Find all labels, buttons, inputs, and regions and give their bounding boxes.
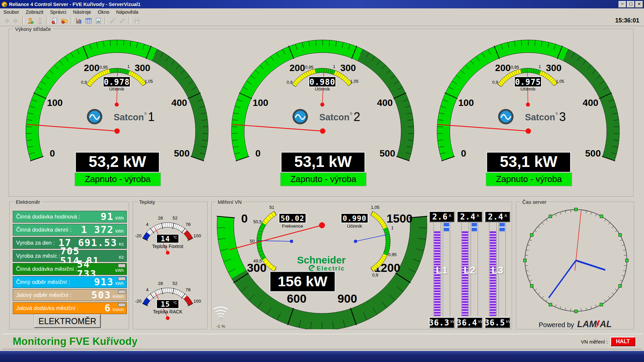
phase-l1-current-display: 2.6A bbox=[429, 211, 454, 222]
gauge-needle bbox=[27, 124, 117, 131]
clock-hour-marker bbox=[626, 259, 629, 262]
digital-display-value: 50.02 bbox=[280, 214, 304, 223]
toolbar-reports-button[interactable] bbox=[93, 16, 103, 25]
menu-napoveda[interactable]: Nápověda bbox=[113, 9, 142, 15]
toolbar-alarm-document-button[interactable] bbox=[50, 16, 59, 25]
clock-minute-hand bbox=[549, 260, 576, 298]
temp-scale-label: 100 bbox=[194, 233, 201, 238]
inverter-status-text: Zapnuto - výroba bbox=[290, 174, 357, 184]
phase-l3-voltage-display: 36.5kV bbox=[485, 317, 510, 328]
toolbar-print-button[interactable] bbox=[132, 16, 142, 25]
pen-icon bbox=[109, 17, 116, 24]
phase-l2-voltage-marker bbox=[472, 223, 477, 231]
temp-gauge-label: Teplota RACK bbox=[153, 309, 183, 314]
toolbar-trends-button[interactable] bbox=[74, 16, 84, 25]
pf-scale-label: 1 bbox=[127, 64, 130, 69]
scale-label: 300 bbox=[135, 63, 150, 73]
scale-label: 500 bbox=[380, 148, 395, 159]
svg-text:®: ® bbox=[350, 112, 353, 116]
pf-scale-label: 0,95 bbox=[305, 65, 313, 70]
powered-by: Powered by LAMAL bbox=[517, 319, 634, 329]
menu-nastroje[interactable]: Nástroje bbox=[70, 9, 95, 15]
toolbar-users-button[interactable] bbox=[25, 16, 35, 25]
temp-scale-label: 28 bbox=[158, 281, 163, 286]
clock-hour-marker bbox=[549, 303, 552, 306]
scale-label: 500 bbox=[585, 148, 601, 159]
pf-needle-pivot bbox=[115, 103, 119, 107]
meter-row-unit: Kč bbox=[119, 242, 124, 247]
menu-zobrazit[interactable]: Zobrazit bbox=[22, 9, 47, 15]
menu-soubor[interactable]: Soubor bbox=[0, 9, 22, 15]
inverter-gauge-2: 01002003004005000,90,9511,050.980Účinník… bbox=[215, 34, 430, 189]
menu-okno[interactable]: Okno bbox=[95, 9, 113, 15]
menu-spravci[interactable]: Správci bbox=[47, 9, 69, 15]
toolbar-user-profiles-button[interactable] bbox=[35, 16, 45, 25]
hv-pf-scale-label: 1,05 bbox=[371, 205, 379, 210]
inverter-number: 2 bbox=[354, 110, 360, 124]
titlebar: Reliance 4 Control Server - FVE Kuřívody… bbox=[0, 0, 644, 8]
digital-display-value: 0.990 bbox=[342, 214, 366, 223]
temp-scale-label: 52 bbox=[172, 216, 177, 221]
toolbar: 15:36:01 bbox=[0, 16, 644, 26]
digital-display-value: 14 bbox=[161, 235, 170, 243]
digital-display-unit: °C bbox=[173, 236, 177, 239]
close-button[interactable]: × bbox=[635, 1, 643, 8]
needle-pivot bbox=[526, 128, 531, 134]
toolbar-sign-b-button[interactable] bbox=[117, 16, 127, 25]
meter-row-unit: kVArh bbox=[113, 294, 124, 299]
digital-display-value: 0.975 bbox=[515, 77, 541, 87]
clock-hour-marker bbox=[619, 285, 622, 288]
doc-badge-icon bbox=[51, 17, 58, 24]
phase-l3-current-display: 2.4A bbox=[485, 211, 510, 222]
toolbar-alarm-folder-button[interactable] bbox=[59, 16, 69, 25]
scale-label: 400 bbox=[377, 98, 393, 108]
clock-hour-marker bbox=[530, 234, 533, 237]
pen-icon bbox=[119, 17, 126, 24]
inverter-status-text: Zapnuto - výroba bbox=[496, 174, 562, 184]
meter-row: Jalový odběr měsíční : 503 kVArh bbox=[13, 289, 127, 301]
temp-gauge-label: Teplota Foxtrot bbox=[152, 244, 183, 249]
meter-row-value: 6 bbox=[104, 303, 111, 313]
toolbar-back-button[interactable] bbox=[1, 16, 11, 25]
toolbar-sign-a-button[interactable] bbox=[108, 16, 117, 25]
toolbar-data-tables-button[interactable] bbox=[84, 16, 93, 25]
pf-scale-label: 0,9 bbox=[492, 80, 498, 85]
gauge-needle bbox=[232, 124, 323, 131]
server-time-display: 15:36:01 bbox=[615, 17, 639, 24]
panel-server-time: Čas server Powered by LAMAL bbox=[516, 202, 635, 330]
elektromer-button[interactable]: ELEKTROMĚR bbox=[34, 314, 101, 328]
scale-label: 300 bbox=[340, 63, 356, 73]
hv-pf-gauge-label: Účinník bbox=[347, 224, 362, 229]
hv-scale-label: 1500 bbox=[386, 212, 413, 225]
toolbar-separator bbox=[105, 17, 106, 24]
meter-row-label: Vyroba za den : bbox=[13, 240, 58, 246]
pf-gauge-label: Účinník bbox=[109, 86, 124, 92]
meter-row-unit: kWh bbox=[115, 216, 124, 221]
maximize-button[interactable]: □ bbox=[627, 1, 635, 8]
doc-chart-icon bbox=[95, 17, 102, 24]
digital-display-unit: °C bbox=[173, 301, 177, 305]
phase-l3-label: L3 bbox=[487, 264, 507, 276]
hv-power-display-value: 156 kW bbox=[278, 273, 328, 289]
scale-label: 100 bbox=[458, 98, 474, 108]
temperature-gauges: -20428527610014°CTeplota Foxtrot-2042852… bbox=[133, 202, 207, 329]
gauge-needle bbox=[438, 124, 528, 131]
panel-title: Výkony střídače bbox=[13, 26, 53, 32]
toolbar-forward-button[interactable] bbox=[11, 16, 21, 25]
vn-status-label: VN měření : bbox=[581, 339, 608, 345]
user-color-icon bbox=[27, 17, 34, 24]
pf-scale-label: 1,05 bbox=[556, 79, 564, 84]
pf-needle-pivot bbox=[320, 103, 324, 107]
clock-hour-marker bbox=[600, 303, 603, 306]
phase-l2-voltage-display: 36.4kV bbox=[457, 317, 482, 328]
minimize-button[interactable]: − bbox=[619, 1, 626, 8]
clock-hour-marker bbox=[575, 310, 578, 313]
clock-hour-marker bbox=[619, 234, 622, 237]
needle-pivot bbox=[290, 240, 293, 243]
inverter-number: 3 bbox=[559, 110, 566, 124]
toolbar-separator bbox=[22, 17, 24, 24]
temp-needle-pivot bbox=[166, 251, 170, 255]
meter-row-label: Činná dodávka denní : bbox=[13, 227, 81, 233]
meter-row-label: Jalový odběr měsíční : bbox=[13, 292, 91, 298]
pf-needle-pivot bbox=[526, 103, 530, 107]
